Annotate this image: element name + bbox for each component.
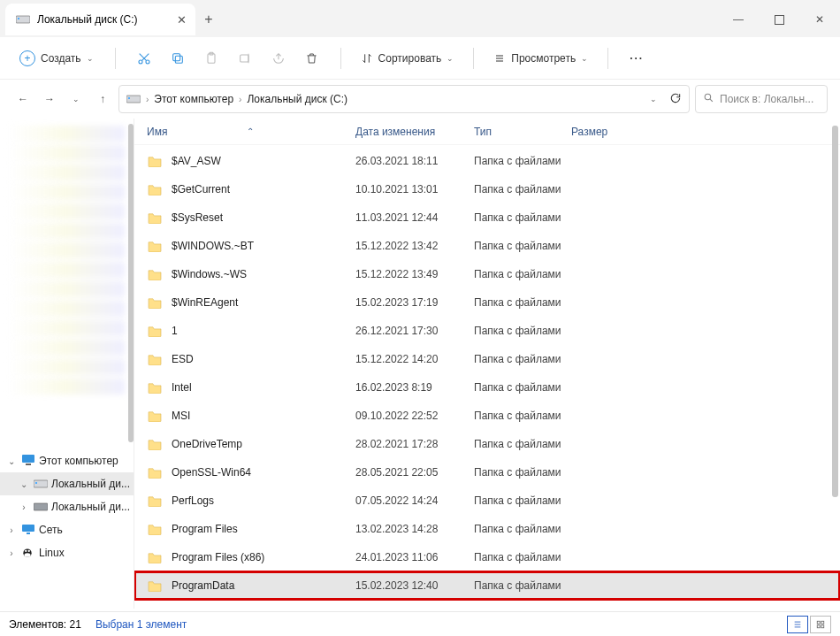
cut-icon[interactable] — [130, 44, 158, 73]
file-name: ESD — [172, 353, 194, 365]
forward-button[interactable]: → — [39, 87, 60, 111]
tree-item-label: Linux — [39, 547, 65, 559]
chevron-down-icon: ⌄ — [447, 54, 454, 63]
rename-icon[interactable] — [231, 44, 259, 73]
folder-icon — [147, 325, 163, 337]
sort-button[interactable]: Сортировать ⌄ — [355, 52, 460, 65]
search-icon — [703, 92, 714, 106]
search-box[interactable]: Поиск в: Локальн... — [695, 85, 828, 113]
file-type: Папка с файлами — [474, 268, 571, 280]
new-button[interactable]: + Создать ⌄ — [12, 47, 101, 70]
tree-item-label: Локальный ди... — [51, 501, 130, 513]
new-tab-button[interactable]: + — [195, 4, 222, 35]
table-row[interactable]: OpenSSL-Win6428.05.2021 22:05Папка с фай… — [134, 458, 840, 487]
svg-rect-25 — [821, 621, 824, 624]
copy-icon[interactable] — [164, 44, 192, 73]
file-type: Папка с файлами — [474, 579, 571, 592]
file-date: 11.03.2021 12:44 — [355, 211, 474, 224]
col-size[interactable]: Размер — [571, 126, 607, 138]
file-name: PerfLogs — [172, 494, 214, 507]
table-row[interactable]: $GetCurrent10.10.2021 13:01Папка с файла… — [134, 175, 840, 203]
svg-rect-26 — [817, 625, 820, 627]
navigation-pane: ⌄Этот компьютер⌄Локальный ди...›Локальны… — [0, 119, 134, 609]
close-tab-icon[interactable]: ✕ — [177, 13, 187, 27]
folder-icon — [147, 155, 163, 167]
tree-item[interactable]: ›Локальный ди... — [0, 495, 134, 518]
content-scrollbar[interactable] — [832, 126, 838, 497]
table-row[interactable]: MSI09.10.2022 22:52Папка с файлами — [134, 402, 840, 430]
table-row[interactable]: Program Files13.02.2023 14:28Папка с фай… — [134, 515, 840, 543]
file-name: wgcf — [172, 608, 194, 609]
tree-chevron-icon[interactable]: › — [18, 502, 30, 512]
breadcrumb-item[interactable]: Локальный диск (C:) — [247, 93, 347, 105]
file-date: 15.12.2022 13:49 — [355, 268, 474, 280]
table-row[interactable]: Program Files (x86)24.01.2023 11:06Папка… — [134, 543, 840, 571]
separator — [473, 48, 474, 69]
table-row[interactable]: ProgramData15.02.2023 12:40Папка с файла… — [134, 571, 840, 600]
chevron-down-icon[interactable]: ⌄ — [650, 95, 657, 103]
tree-item[interactable]: ⌄Локальный ди... — [0, 472, 134, 495]
svg-point-21 — [25, 553, 31, 557]
thumbnails-view-button[interactable] — [810, 616, 831, 633]
tree-chevron-icon[interactable]: › — [5, 525, 18, 535]
tree-item[interactable]: ›Сеть — [0, 518, 134, 541]
minimize-button[interactable]: — — [718, 4, 759, 35]
tree-chevron-icon[interactable]: ⌄ — [5, 456, 18, 466]
column-headers: Имя ⌃ Дата изменения Тип Размер — [134, 119, 840, 145]
refresh-icon[interactable] — [669, 92, 682, 107]
table-row[interactable]: OneDriveTemp28.02.2021 17:28Папка с файл… — [134, 430, 840, 458]
recent-button[interactable]: ⌄ — [65, 87, 87, 111]
col-name[interactable]: Имя — [147, 126, 167, 138]
separator — [607, 48, 608, 69]
tree-item[interactable]: ⌄Этот компьютер — [0, 449, 134, 472]
maximize-button[interactable] — [759, 4, 799, 35]
file-type: Папка с файлами — [474, 381, 571, 394]
tree-item-label: Локальный ди... — [51, 478, 130, 490]
svg-rect-1 — [18, 18, 19, 19]
table-row[interactable]: $Windows.~WS15.12.2022 13:49Папка с файл… — [134, 260, 840, 288]
file-name: $GetCurrent — [172, 183, 230, 195]
paste-icon[interactable] — [197, 44, 225, 73]
table-row[interactable]: $WINDOWS.~BT15.12.2022 13:42Папка с файл… — [134, 232, 840, 260]
tree-node-icon — [34, 478, 48, 491]
table-row[interactable]: 126.12.2021 17:30Папка с файлами — [134, 317, 840, 345]
share-icon[interactable] — [264, 44, 293, 73]
folder-icon — [147, 551, 163, 563]
more-button[interactable]: ··· — [622, 52, 651, 65]
chevron-right-icon[interactable]: › — [146, 95, 149, 104]
table-row[interactable]: PerfLogs07.05.2022 14:24Папка с файлами — [134, 487, 840, 515]
table-row[interactable]: Intel16.02.2023 8:19Папка с файлами — [134, 373, 840, 402]
close-window-button[interactable]: ✕ — [799, 4, 840, 35]
table-row[interactable]: $AV_ASW26.03.2021 18:11Папка с файлами — [134, 147, 840, 175]
tree-chevron-icon[interactable]: ⌄ — [18, 479, 30, 489]
svg-rect-14 — [26, 464, 31, 465]
breadcrumb-item[interactable]: Этот компьютер — [154, 93, 233, 105]
tree-chevron-icon[interactable]: › — [5, 548, 18, 558]
table-row[interactable]: $SysReset11.03.2021 12:44Папка с файлами — [134, 203, 840, 232]
drive-icon — [126, 93, 141, 106]
view-button[interactable]: Просмотреть ⌄ — [488, 52, 593, 65]
up-button[interactable]: ↑ — [92, 87, 113, 111]
delete-icon[interactable] — [298, 44, 326, 73]
table-row[interactable]: $WinREAgent15.02.2023 17:19Папка с файла… — [134, 288, 840, 317]
file-date: 16.02.2023 8:19 — [355, 381, 474, 394]
file-date: 28.05.2021 22:05 — [355, 466, 474, 479]
separator — [340, 48, 341, 69]
table-row[interactable]: ESD15.12.2022 14:20Папка с файлами — [134, 345, 840, 373]
table-row[interactable]: wgcf13.02.2023 14:26Папка с файлами — [134, 600, 840, 609]
file-name: ProgramData — [172, 579, 234, 592]
details-view-button[interactable] — [787, 616, 808, 633]
back-button[interactable]: ← — [12, 87, 34, 111]
tree-node-icon — [21, 546, 35, 561]
chevron-right-icon[interactable]: › — [239, 95, 241, 104]
tree-item[interactable]: ›Linux — [0, 541, 134, 564]
tree-node-icon — [21, 454, 35, 469]
file-type: Папка с файлами — [474, 353, 571, 365]
sidebar-scrollbar[interactable] — [128, 124, 134, 442]
window-tab[interactable]: Локальный диск (C:) ✕ — [5, 4, 195, 35]
address-bar[interactable]: › Этот компьютер › Локальный диск (C:) ⌄ — [118, 85, 690, 113]
folder-icon — [147, 296, 163, 309]
folder-icon — [147, 268, 163, 280]
col-date[interactable]: Дата изменения — [355, 126, 435, 138]
col-type[interactable]: Тип — [474, 126, 492, 138]
